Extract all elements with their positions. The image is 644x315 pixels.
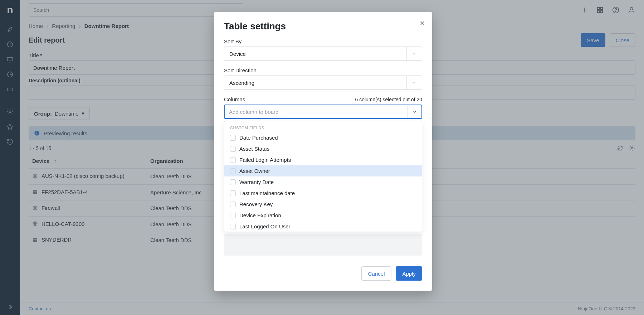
option-label: Recovery Key (239, 201, 273, 207)
sort-direction-select[interactable]: Ascending (224, 76, 422, 90)
column-option[interactable]: Device Expiration (224, 210, 422, 221)
option-label: Asset Owner (239, 168, 270, 174)
sort-direction-label: Sort Direction (224, 67, 422, 73)
column-option[interactable]: Failed Login Attempts (224, 154, 422, 165)
sort-direction-value: Ascending (229, 80, 254, 86)
checkbox-icon (230, 213, 236, 218)
apply-button[interactable]: Apply (396, 266, 422, 281)
dropdown-group-label: CUSTOM FIELDS (224, 121, 422, 132)
column-option[interactable]: Last Logged On User (224, 221, 422, 232)
columns-label: Columns (224, 96, 245, 102)
chevron-down-icon (412, 109, 418, 115)
option-label: Date Purchased (239, 135, 278, 141)
cancel-button[interactable]: Cancel (361, 266, 392, 281)
columns-dropdown: CUSTOM FIELDS Date PurchasedAsset Status… (224, 121, 422, 232)
column-option[interactable]: Last maintainence date (224, 188, 422, 199)
checkbox-icon (230, 179, 236, 185)
sort-by-select[interactable]: Device (224, 47, 422, 61)
option-label: Warranty Date (239, 179, 274, 185)
checkbox-icon (230, 224, 236, 229)
checkbox-icon (230, 157, 236, 163)
column-option[interactable]: Date Purchased (224, 132, 422, 143)
columns-input[interactable] (229, 109, 407, 115)
chevron-down-icon (406, 76, 417, 89)
columns-input-wrapper (224, 105, 422, 119)
option-label: Asset Status (239, 146, 269, 152)
column-option[interactable]: Recovery Key (224, 199, 422, 210)
selected-columns-area (224, 234, 422, 256)
sort-by-label: Sort By (224, 38, 422, 44)
close-icon: ✕ (420, 20, 425, 27)
option-label: Last Logged On User (239, 223, 291, 229)
checkbox-icon (230, 146, 236, 152)
sort-by-value: Device (229, 51, 246, 57)
option-label: Device Expiration (239, 212, 281, 218)
columns-dropdown-toggle[interactable] (407, 105, 421, 118)
option-label: Last maintainence date (239, 190, 295, 196)
checkbox-icon (230, 190, 236, 196)
checkbox-icon (230, 135, 236, 141)
checkbox-icon (230, 168, 236, 174)
option-label: Failed Login Attempts (239, 157, 291, 163)
checkbox-icon (230, 202, 236, 207)
columns-count: 6 column(s) selected out of 20 (355, 97, 422, 102)
chevron-down-icon (406, 47, 417, 60)
table-settings-modal: ✕ Table settings Sort By Device Sort Dir… (214, 12, 432, 291)
column-option[interactable]: Asset Status (224, 143, 422, 154)
column-option[interactable]: Warranty Date (224, 176, 422, 188)
modal-title: Table settings (224, 21, 422, 32)
modal-close-button[interactable]: ✕ (420, 19, 425, 27)
column-option[interactable]: Asset Owner (224, 165, 422, 176)
